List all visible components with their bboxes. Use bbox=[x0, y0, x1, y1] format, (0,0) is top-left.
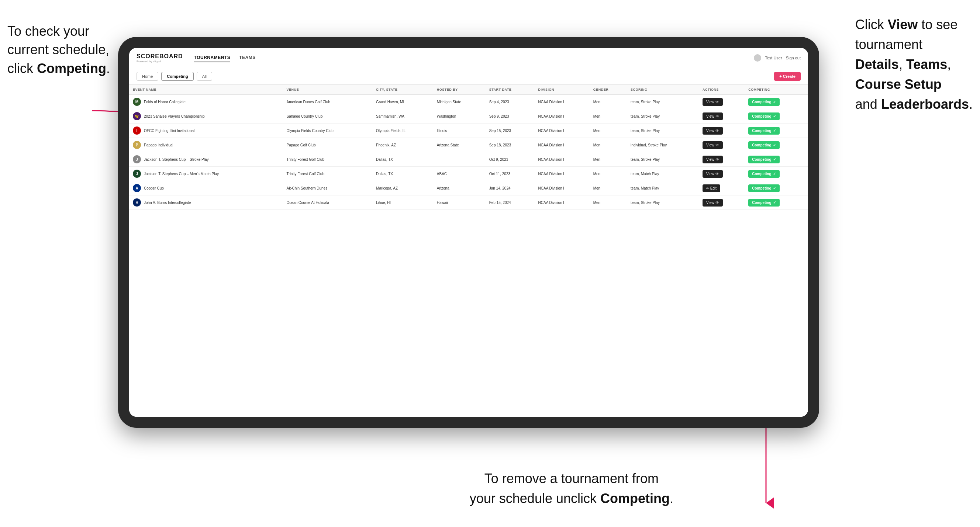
table-row: MFolds of Honor CollegiateAmerican Dunes… bbox=[129, 95, 808, 109]
tournaments-table-container: EVENT NAME VENUE CITY, STATE HOSTED BY S… bbox=[129, 85, 808, 417]
cell-gender: Men bbox=[590, 109, 627, 124]
cell-city-state: Grand Haven, MI bbox=[372, 95, 433, 109]
cell-actions: View 👁 bbox=[699, 167, 745, 181]
competing-button[interactable]: Competing ✓ bbox=[748, 141, 779, 149]
event-name-text: Jackson T. Stephens Cup – Stroke Play bbox=[144, 157, 208, 162]
event-name-text: Jackson T. Stephens Cup – Men's Match Pl… bbox=[144, 172, 219, 176]
col-start-date: START DATE bbox=[485, 85, 535, 95]
team-logo: J bbox=[133, 155, 141, 163]
cell-venue: American Dunes Golf Club bbox=[283, 95, 373, 109]
view-button[interactable]: View 👁 bbox=[703, 199, 723, 206]
brand-title: SCOREBOARD bbox=[137, 53, 183, 60]
cell-division: NCAA Division I bbox=[535, 167, 590, 181]
cell-division: NCAA Division I bbox=[535, 109, 590, 124]
cell-competing: Competing ✓ bbox=[745, 138, 808, 152]
view-button[interactable]: View 👁 bbox=[703, 127, 723, 135]
cell-division: NCAA Division I bbox=[535, 124, 590, 138]
col-division: DIVISION bbox=[535, 85, 590, 95]
cell-division: NCAA Division I bbox=[535, 152, 590, 167]
competing-button[interactable]: Competing ✓ bbox=[748, 113, 779, 120]
table-row: PPapago IndividualPapago Golf ClubPhoeni… bbox=[129, 138, 808, 152]
table-row: ACopper CupAk-Chin Southern DunesMaricop… bbox=[129, 181, 808, 195]
tablet-screen: SCOREBOARD Powered by clippd TOURNAMENTS… bbox=[129, 48, 808, 417]
cell-start-date: Sep 4, 2023 bbox=[485, 95, 535, 109]
team-logo: W bbox=[133, 112, 141, 120]
view-button[interactable]: View 👁 bbox=[703, 98, 723, 106]
cell-competing: Competing ✓ bbox=[745, 124, 808, 138]
cell-venue: Papago Golf Club bbox=[283, 138, 373, 152]
cell-scoring: team, Match Play bbox=[627, 181, 699, 195]
competing-button[interactable]: Competing ✓ bbox=[748, 199, 779, 206]
cell-start-date: Oct 9, 2023 bbox=[485, 152, 535, 167]
annotation-top-left: To check your current schedule, click Co… bbox=[7, 22, 110, 78]
cell-hosted-by: ABAC bbox=[433, 167, 485, 181]
team-logo: H bbox=[133, 198, 141, 206]
cell-city-state: Maricopa, AZ bbox=[372, 181, 433, 195]
navbar: SCOREBOARD Powered by clippd TOURNAMENTS… bbox=[129, 48, 808, 68]
cell-competing: Competing ✓ bbox=[745, 95, 808, 109]
event-name-text: Copper Cup bbox=[144, 186, 164, 190]
user-icon bbox=[754, 54, 761, 62]
team-logo: I bbox=[133, 127, 141, 135]
cell-start-date: Sep 9, 2023 bbox=[485, 109, 535, 124]
cell-actions: View 👁 bbox=[699, 124, 745, 138]
sign-out-link[interactable]: Sign out bbox=[786, 56, 801, 60]
cell-gender: Men bbox=[590, 124, 627, 138]
competing-button[interactable]: Competing ✓ bbox=[748, 170, 779, 178]
view-button[interactable]: View 👁 bbox=[703, 156, 723, 163]
cell-scoring: team, Stroke Play bbox=[627, 124, 699, 138]
cell-actions: View 👁 bbox=[699, 138, 745, 152]
cell-competing: Competing ✓ bbox=[745, 181, 808, 195]
cell-competing: Competing ✓ bbox=[745, 152, 808, 167]
team-logo: A bbox=[133, 184, 141, 192]
cell-city-state: Sammamish, WA bbox=[372, 109, 433, 124]
cell-venue: Trinity Forest Golf Club bbox=[283, 152, 373, 167]
tournaments-table: EVENT NAME VENUE CITY, STATE HOSTED BY S… bbox=[129, 85, 808, 210]
table-row: IOFCC Fighting Illini InvitationalOlympi… bbox=[129, 124, 808, 138]
cell-gender: Men bbox=[590, 167, 627, 181]
cell-venue: Trinity Forest Golf Club bbox=[283, 167, 373, 181]
table-row: JJackson T. Stephens Cup – Men's Match P… bbox=[129, 167, 808, 181]
nav-link-teams[interactable]: TEAMS bbox=[239, 54, 256, 62]
col-event-name: EVENT NAME bbox=[129, 85, 283, 95]
filter-competing-btn[interactable]: Competing bbox=[161, 72, 193, 81]
cell-hosted-by: Illinois bbox=[433, 124, 485, 138]
event-name-text: Papago Individual bbox=[144, 143, 173, 147]
cell-start-date: Feb 15, 2024 bbox=[485, 195, 535, 210]
view-button[interactable]: View 👁 bbox=[703, 113, 723, 120]
cell-gender: Men bbox=[590, 181, 627, 195]
col-scoring: SCORING bbox=[627, 85, 699, 95]
filter-home-btn[interactable]: Home bbox=[137, 72, 158, 81]
competing-button[interactable]: Competing ✓ bbox=[748, 127, 779, 135]
nav-links: TOURNAMENTS TEAMS bbox=[194, 54, 754, 62]
cell-division: NCAA Division I bbox=[535, 95, 590, 109]
col-competing: COMPETING bbox=[745, 85, 808, 95]
cell-scoring: team, Stroke Play bbox=[627, 109, 699, 124]
event-name-text: John A. Burns Intercollegiate bbox=[144, 201, 191, 205]
competing-button[interactable]: Competing ✓ bbox=[748, 184, 779, 192]
event-name-text: OFCC Fighting Illini Invitational bbox=[144, 129, 194, 133]
brand-powered: Powered by clippd bbox=[137, 60, 183, 63]
cell-venue: Olympia Fields Country Club bbox=[283, 124, 373, 138]
cell-start-date: Sep 15, 2023 bbox=[485, 124, 535, 138]
nav-link-tournaments[interactable]: TOURNAMENTS bbox=[194, 54, 231, 62]
filter-all-btn[interactable]: All bbox=[197, 72, 212, 81]
cell-gender: Men bbox=[590, 152, 627, 167]
view-button[interactable]: View 👁 bbox=[703, 141, 723, 149]
cell-hosted-by: Hawaii bbox=[433, 195, 485, 210]
cell-scoring: individual, Stroke Play bbox=[627, 138, 699, 152]
cell-start-date: Oct 11, 2023 bbox=[485, 167, 535, 181]
competing-button[interactable]: Competing ✓ bbox=[748, 156, 779, 163]
view-button[interactable]: View 👁 bbox=[703, 170, 723, 178]
tablet: SCOREBOARD Powered by clippd TOURNAMENTS… bbox=[118, 37, 819, 428]
team-logo: P bbox=[133, 141, 141, 149]
cell-competing: Competing ✓ bbox=[745, 195, 808, 210]
cell-hosted-by: Washington bbox=[433, 109, 485, 124]
cell-start-date: Sep 18, 2023 bbox=[485, 138, 535, 152]
edit-button[interactable]: ✏ Edit bbox=[703, 184, 720, 192]
table-row: W2023 Sahalee Players ChampionshipSahale… bbox=[129, 109, 808, 124]
cell-start-date: Jan 14, 2024 bbox=[485, 181, 535, 195]
create-button[interactable]: + Create bbox=[774, 72, 801, 81]
cell-division: NCAA Division I bbox=[535, 138, 590, 152]
competing-button[interactable]: Competing ✓ bbox=[748, 98, 779, 106]
